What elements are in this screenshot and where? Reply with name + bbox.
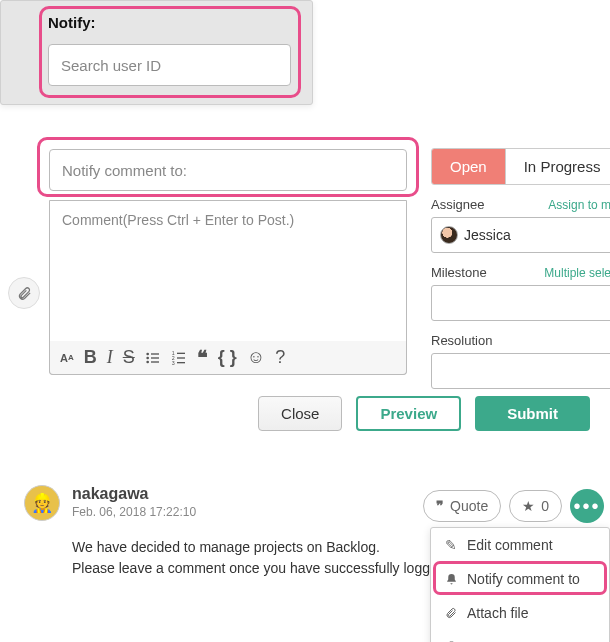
- editor-toolbar: AA B I S 123 ❝ { } ☺ ?: [49, 341, 407, 375]
- assignee-value: Jessica: [464, 227, 511, 243]
- notify-label: Notify:: [48, 14, 96, 31]
- existing-comment: 👷 nakagawa Feb. 06, 2018 17:22:10 We hav…: [0, 464, 610, 642]
- quote-button[interactable]: ❞ Quote: [423, 490, 501, 522]
- assignee-select[interactable]: Jessica: [431, 217, 610, 253]
- quote-icon: ❞: [436, 498, 444, 514]
- avatar: 👷: [24, 485, 60, 521]
- comment-actions-menu: ✎ Edit comment Notify comment to Attach …: [430, 527, 610, 642]
- submit-button[interactable]: Submit: [475, 396, 590, 431]
- svg-point-0: [146, 352, 149, 355]
- attach-file-button[interactable]: [8, 277, 40, 309]
- bell-icon: [443, 573, 459, 586]
- svg-rect-5: [151, 361, 159, 362]
- comment-author: nakagawa: [72, 485, 446, 503]
- resolution-label: Resolution: [431, 333, 492, 348]
- close-button[interactable]: Close: [258, 396, 342, 431]
- assignee-label: Assignee: [431, 197, 484, 212]
- quote-icon[interactable]: ❝: [197, 346, 208, 370]
- menu-copy-url[interactable]: Copy URL: [431, 630, 609, 642]
- notify-popover: Notify:: [0, 0, 313, 105]
- svg-rect-3: [151, 353, 159, 354]
- star-icon: ★: [522, 498, 535, 514]
- tab-open[interactable]: Open: [432, 149, 505, 184]
- strike-icon[interactable]: S: [123, 347, 135, 368]
- more-actions-button[interactable]: •••: [570, 489, 604, 523]
- multiple-select-link[interactable]: Multiple sele: [544, 266, 610, 280]
- preview-button[interactable]: Preview: [356, 396, 461, 431]
- highlight-box: [37, 137, 419, 197]
- issue-sidebar: Open In Progress Assignee Assign to m Je…: [431, 148, 610, 389]
- svg-rect-4: [151, 357, 159, 358]
- svg-rect-11: [177, 362, 185, 363]
- number-list-icon[interactable]: 123: [171, 350, 187, 366]
- comment-body: We have decided to manage projects on Ba…: [72, 537, 446, 579]
- avatar: [440, 226, 458, 244]
- code-icon[interactable]: { }: [218, 347, 237, 368]
- svg-point-1: [146, 356, 149, 359]
- action-buttons: Close Preview Submit: [0, 396, 590, 431]
- menu-attach-file[interactable]: Attach file: [431, 596, 609, 630]
- bold-icon[interactable]: B: [84, 347, 97, 368]
- comment-timestamp: Feb. 06, 2018 17:22:10: [72, 505, 446, 519]
- bullet-list-icon[interactable]: [145, 350, 161, 366]
- resolution-select[interactable]: [431, 353, 610, 389]
- paperclip-icon: [443, 607, 459, 619]
- assign-to-me-link[interactable]: Assign to m: [548, 198, 610, 212]
- italic-icon[interactable]: I: [107, 347, 113, 368]
- help-icon[interactable]: ?: [275, 347, 285, 368]
- status-tabs: Open In Progress: [431, 148, 610, 185]
- svg-rect-9: [177, 352, 185, 353]
- pencil-icon: ✎: [443, 537, 459, 553]
- menu-notify-comment[interactable]: Notify comment to: [431, 562, 609, 596]
- milestone-select[interactable]: [431, 285, 610, 321]
- tab-in-progress[interactable]: In Progress: [505, 149, 610, 184]
- milestone-label: Milestone: [431, 265, 487, 280]
- svg-point-2: [146, 360, 149, 363]
- notify-search-input[interactable]: [48, 44, 291, 86]
- menu-edit-comment[interactable]: ✎ Edit comment: [431, 528, 609, 562]
- svg-rect-10: [177, 357, 185, 358]
- star-button[interactable]: ★ 0: [509, 490, 562, 522]
- comment-composer: Comment(Press Ctrl + Enter to Post.) AA …: [0, 134, 610, 444]
- svg-text:3: 3: [171, 359, 174, 365]
- emoji-icon[interactable]: ☺: [247, 347, 265, 368]
- aa-icon[interactable]: AA: [60, 352, 74, 364]
